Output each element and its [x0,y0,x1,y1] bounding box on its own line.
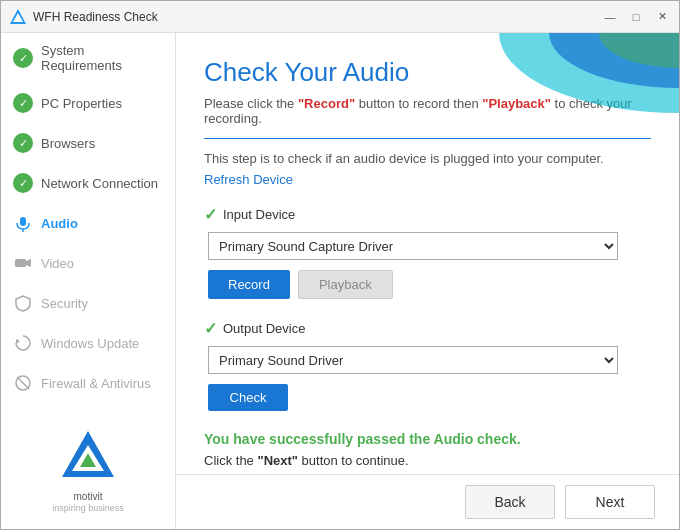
footer: Back Next [176,474,679,529]
sidebar-item-pc-properties[interactable]: ✓ PC Properties [1,83,175,123]
audio-icon [13,213,33,233]
sidebar-label-video: Video [41,256,74,271]
sidebar-item-windows-update[interactable]: Windows Update [1,323,175,363]
divider [204,138,651,139]
close-button[interactable]: ✕ [653,8,671,26]
output-device-select[interactable]: Primary Sound Driver [208,346,618,374]
maximize-button[interactable]: □ [627,8,645,26]
security-icon [13,293,33,313]
sidebar-item-network-connection[interactable]: ✓ Network Connection [1,163,175,203]
next-button[interactable]: Next [565,485,655,519]
sidebar-item-firewall-antivirus[interactable]: Firewall & Antivirus [1,363,175,403]
input-device-check-icon: ✓ [204,205,217,224]
app-window: WFH Readiness Check — □ ✕ ✓ System Requi… [0,0,680,530]
input-device-select-row: Primary Sound Capture Driver [208,232,651,260]
windows-update-icon [13,333,33,353]
sidebar-item-video[interactable]: Video [1,243,175,283]
content-area: Check Your Audio Please click the "Recor… [176,33,679,529]
sidebar-label-windows-update: Windows Update [41,336,139,351]
output-device-label: ✓ Output Device [204,319,651,338]
check-icon-browsers: ✓ [13,133,33,153]
input-device-title: Input Device [223,207,295,222]
sidebar-item-security[interactable]: Security [1,283,175,323]
input-device-select[interactable]: Primary Sound Capture Driver [208,232,618,260]
sidebar-label-browsers: Browsers [41,136,95,151]
check-row: Check [208,384,651,411]
banner-decoration [479,33,679,113]
svg-marker-6 [16,339,20,344]
sidebar-item-system-requirements[interactable]: ✓ System Requirements [1,33,175,83]
output-device-check-icon: ✓ [204,319,217,338]
success-message: You have successfully passed the Audio c… [204,431,651,447]
sidebar-label-pc-properties: PC Properties [41,96,122,111]
step-description: This step is to check if an audio device… [204,151,651,166]
sidebar-label-security: Security [41,296,88,311]
title-bar: WFH Readiness Check — □ ✕ [1,1,679,33]
back-button[interactable]: Back [465,485,555,519]
sidebar-label-firewall-antivirus: Firewall & Antivirus [41,376,151,391]
check-icon-network: ✓ [13,173,33,193]
sidebar-item-browsers[interactable]: ✓ Browsers [1,123,175,163]
playback-button: Playback [298,270,393,299]
refresh-device-link[interactable]: Refresh Device [204,172,293,187]
continue-text: Click the "Next" button to continue. [204,453,651,468]
sidebar-label-network-connection: Network Connection [41,176,158,191]
app-title: WFH Readiness Check [33,10,601,24]
output-device-title: Output Device [223,321,305,336]
sidebar: ✓ System Requirements ✓ PC Properties ✓ … [1,33,176,529]
svg-line-8 [17,377,29,389]
app-icon [9,8,27,26]
check-icon-pc: ✓ [13,93,33,113]
sidebar-label-system-requirements: System Requirements [41,43,163,73]
firewall-icon [13,373,33,393]
check-icon-system: ✓ [13,48,33,68]
logo-tagline: motivitinspiring business [52,491,124,513]
sidebar-label-audio: Audio [41,216,78,231]
record-highlight: "Record" [298,96,355,111]
check-button[interactable]: Check [208,384,288,411]
record-playback-row: Record Playback [208,270,651,299]
app-logo: motivitinspiring business [1,411,175,529]
window-controls: — □ ✕ [601,8,671,26]
main-content: ✓ System Requirements ✓ PC Properties ✓ … [1,33,679,529]
minimize-button[interactable]: — [601,8,619,26]
record-button[interactable]: Record [208,270,290,299]
input-device-label: ✓ Input Device [204,205,651,224]
svg-rect-2 [20,217,26,226]
next-label-inline: "Next" [257,453,298,468]
sidebar-item-audio[interactable]: Audio [1,203,175,243]
svg-marker-5 [26,259,31,267]
output-device-select-row: Primary Sound Driver [208,346,651,374]
video-icon [13,253,33,273]
svg-rect-4 [15,259,26,267]
